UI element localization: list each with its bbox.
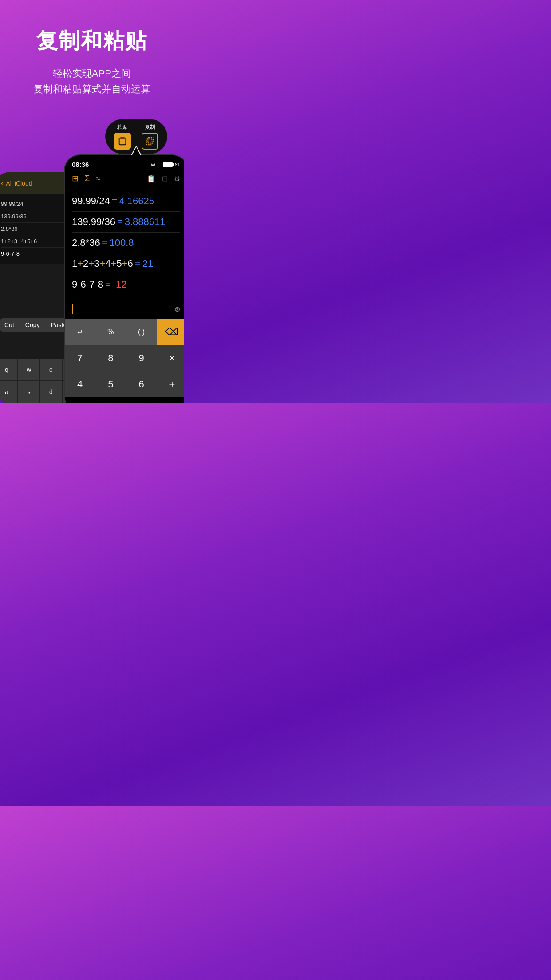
- calc-row-3: 2.8*36 = 100.8: [72, 233, 180, 253]
- approx-icon[interactable]: ≈: [96, 174, 100, 183]
- svg-rect-1: [119, 138, 126, 145]
- tooltip-area: 粘贴 复制: [8, 119, 176, 154]
- cut-button[interactable]: Cut: [0, 318, 20, 332]
- key-4[interactable]: 4: [65, 371, 95, 397]
- dynamic-island: [104, 160, 148, 172]
- key-percent[interactable]: %: [95, 319, 126, 345]
- expr-5: 9-6-7-8: [72, 279, 103, 290]
- arrow-pointer: [131, 146, 142, 155]
- key-s[interactable]: s: [18, 381, 40, 403]
- paste-label: 粘贴: [117, 123, 128, 131]
- main-phone: 08:36 ▲ WiFi 61 ⊞ Σ ≈ 📋 ⊡ ⚙ 9: [64, 154, 184, 403]
- result-4: 21: [142, 258, 153, 269]
- result-1: 4.16625: [119, 195, 155, 207]
- battery-icon: [163, 162, 173, 167]
- key-enter[interactable]: ↵: [65, 319, 95, 345]
- history-icon[interactable]: ⊞: [72, 174, 79, 183]
- key-parens[interactable]: ( ): [126, 319, 157, 345]
- key-add[interactable]: +: [157, 371, 184, 397]
- copy-svg: [145, 136, 155, 146]
- paste-icon: [114, 133, 131, 150]
- key-8[interactable]: 8: [95, 345, 126, 371]
- status-time: 08:36: [72, 161, 89, 168]
- expr-1: 99.99/24: [72, 195, 110, 207]
- result-3: 100.8: [109, 237, 134, 249]
- equals-5: =: [105, 279, 111, 290]
- toolbar-left: ⊞ Σ ≈: [72, 174, 100, 183]
- context-menu: Cut Copy Paste: [0, 318, 72, 332]
- page-subtitle: 轻松实现APP之间 复制和粘贴算式并自动运算: [9, 66, 175, 97]
- key-q[interactable]: q: [0, 359, 18, 381]
- signal-icon: WiFi: [151, 162, 161, 167]
- text-cursor: [72, 304, 73, 314]
- key-9[interactable]: 9: [126, 345, 157, 371]
- result-2: 3.888611: [125, 216, 165, 228]
- equals-2: =: [117, 216, 123, 228]
- equals-4: =: [135, 258, 141, 269]
- expr-4: 1+2+3+4+5+6: [72, 258, 133, 269]
- key-backspace[interactable]: ⌫: [157, 319, 184, 345]
- key-multiply[interactable]: ×: [157, 345, 184, 371]
- clear-button[interactable]: ⊗: [174, 305, 180, 313]
- input-row[interactable]: ⊗: [65, 299, 184, 319]
- svg-rect-3: [146, 139, 152, 145]
- paste-option[interactable]: 粘贴: [114, 123, 131, 150]
- status-icons: ▲ WiFi 61: [144, 162, 180, 167]
- back-arrow-icon: ‹: [1, 179, 3, 187]
- clipboard-paste-svg: [118, 136, 127, 146]
- calc-row-1: 99.99/24 = 4.16625: [72, 191, 180, 212]
- keypad: ↵ % ( ) ⌫ 7 8 9 × 4 5 6 +: [65, 319, 184, 397]
- key-6[interactable]: 6: [126, 371, 157, 397]
- copy-icon: [142, 133, 158, 150]
- clipboard-icon[interactable]: 📋: [147, 174, 156, 183]
- copy-button[interactable]: Copy: [20, 318, 46, 332]
- key-e[interactable]: e: [40, 359, 62, 381]
- key-7[interactable]: 7: [65, 345, 95, 371]
- calculator-display: 99.99/24 = 4.16625 139.99/36 = 3.888611 …: [65, 186, 184, 299]
- key-d[interactable]: d: [40, 381, 62, 403]
- expr-2: 139.99/36: [72, 216, 115, 228]
- key-w[interactable]: w: [18, 359, 40, 381]
- result-5: -12: [113, 279, 127, 290]
- sum-icon[interactable]: Σ: [85, 174, 90, 183]
- key-a[interactable]: a: [0, 381, 18, 403]
- cloud-label: All iCloud: [6, 180, 32, 187]
- phones-area: ‹ All iCloud 99.99/24 139.99/36 2.8*36 1…: [0, 154, 184, 403]
- calc-row-4: 1+2+3+4+5+6 = 21: [72, 253, 180, 274]
- app-toolbar: ⊞ Σ ≈ 📋 ⊡ ⚙: [65, 171, 184, 186]
- svg-rect-2: [121, 137, 124, 139]
- copy-option[interactable]: 复制: [142, 123, 158, 150]
- page-title: 复制和粘贴: [9, 27, 175, 55]
- equals-1: =: [112, 195, 118, 207]
- expr-3: 2.8*36: [72, 237, 100, 249]
- svg-rect-4: [148, 138, 153, 143]
- equals-3: =: [102, 237, 108, 249]
- calc-row-5: 9-6-7-8 = -12: [72, 274, 180, 295]
- header-section: 复制和粘贴 轻松实现APP之间 复制和粘贴算式并自动运算: [0, 0, 184, 110]
- calc-row-2: 139.99/36 = 3.888611: [72, 212, 180, 233]
- battery-percent: 61: [175, 162, 180, 167]
- copy-label: 复制: [145, 123, 155, 131]
- key-5[interactable]: 5: [95, 371, 126, 397]
- toolbar-right: 📋 ⊡ ⚙: [147, 174, 180, 183]
- copy-toolbar-icon[interactable]: ⊡: [162, 174, 168, 183]
- settings-icon[interactable]: ⚙: [174, 174, 180, 183]
